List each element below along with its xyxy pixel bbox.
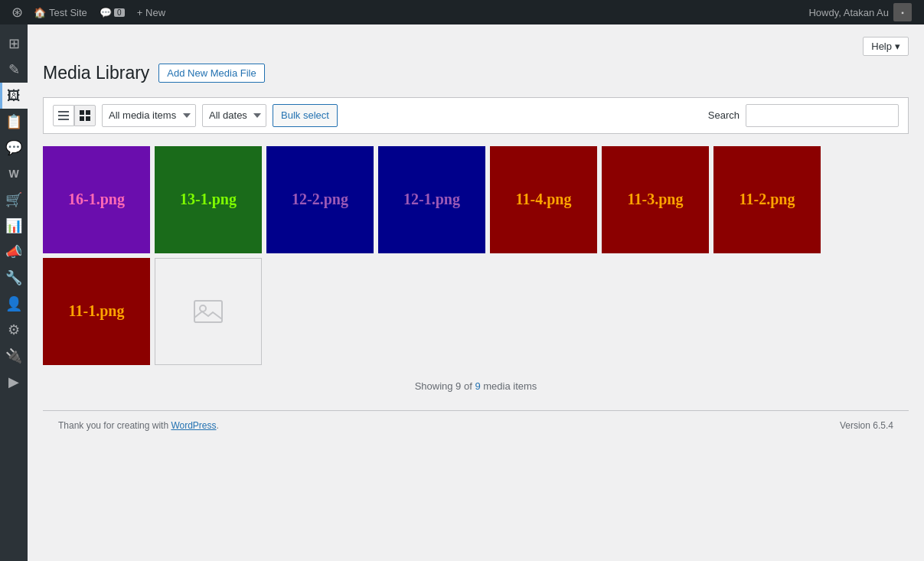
sidebar-item-posts[interactable]: ✎: [0, 57, 28, 83]
media-item-label: 16-1.png: [46, 149, 147, 250]
total-count-link[interactable]: 9: [475, 380, 480, 392]
svg-rect-5: [80, 116, 84, 121]
grid-view-icon: [80, 110, 90, 121]
media-item-label: 11-3.png: [605, 149, 706, 250]
placeholder-icon: [190, 293, 227, 330]
media-item-13-1[interactable]: 13-1.png: [155, 146, 262, 253]
footer-thanks-text: Thank you for creating with: [58, 420, 171, 431]
media-type-filter[interactable]: All media items Images Audio Video Docum…: [102, 104, 196, 127]
media-item-12-1[interactable]: 12-1.png: [378, 146, 485, 253]
footer-version: Version 6.5.4: [840, 420, 893, 431]
sidebar-item-collapse[interactable]: ▶: [0, 369, 28, 395]
adminbar-new[interactable]: + New: [131, 0, 171, 24]
media-item-label: 11-2.png: [717, 149, 818, 250]
sidebar-item-media[interactable]: 🖼: [0, 83, 28, 109]
add-new-media-button[interactable]: Add New Media File: [158, 64, 264, 83]
adminbar-site-name[interactable]: 🏠 Test Site: [28, 0, 93, 24]
media-item-11-1[interactable]: 11-1.png: [43, 258, 150, 365]
svg-rect-6: [86, 116, 90, 121]
media-item-11-4[interactable]: 11-4.png: [490, 146, 597, 253]
home-icon: 🏠: [34, 7, 46, 18]
sidebar-item-tools[interactable]: 🔧: [0, 265, 28, 291]
admin-sidebar: ⊞ ✎ 🖼 📋 💬 W 🛒 📊 📣 🔧 👤 ⚙ 🔌 ▶: [0, 24, 28, 561]
media-type-filter-wrapper: All media items Images Audio Video Docum…: [102, 104, 196, 127]
sidebar-item-woocommerce[interactable]: W: [0, 161, 28, 187]
user-greeting: Howdy, Atakan Au: [808, 7, 889, 18]
view-switch: [53, 105, 96, 126]
media-item-label: 12-2.png: [269, 149, 371, 250]
help-arrow-icon: ▾: [895, 41, 900, 52]
sidebar-item-settings[interactable]: ⚙: [0, 317, 28, 343]
media-item-label: 11-1.png: [46, 261, 147, 362]
list-view-icon: [58, 110, 69, 121]
media-item-11-2[interactable]: 11-2.png: [713, 146, 821, 253]
media-item-16-1[interactable]: 16-1.png: [43, 146, 150, 253]
showing-text: Showing 9 of 9 media items: [43, 380, 909, 392]
svg-rect-2: [58, 119, 69, 120]
svg-rect-3: [80, 110, 84, 115]
media-item-label: 11-4.png: [493, 149, 594, 250]
list-view-button[interactable]: [53, 105, 74, 126]
admin-bar: ⊛ 🏠 Test Site 💬 0 + New Howdy, Atakan Au…: [0, 0, 924, 24]
page-title: Media Library: [43, 62, 149, 85]
showing-prefix: Showing 9 of: [415, 380, 475, 392]
sidebar-item-pages[interactable]: 📋: [0, 109, 28, 135]
new-label: + New: [137, 7, 165, 18]
media-grid: 16-1.png13-1.png12-2.png12-1.png11-4.png…: [43, 146, 909, 365]
adminbar-comments[interactable]: 💬 0: [93, 0, 131, 24]
sidebar-item-dashboard[interactable]: ⊞: [0, 31, 28, 57]
sidebar-item-plugins[interactable]: 🔌: [0, 343, 28, 369]
date-filter-wrapper: All dates 2024/05 2024/04: [202, 104, 266, 127]
svg-rect-1: [58, 115, 69, 116]
page-header: Media Library Add New Media File: [43, 62, 909, 85]
wp-logo[interactable]: ⊛: [6, 0, 28, 24]
media-item-placeholder[interactable]: [155, 258, 262, 365]
wordpress-link[interactable]: WordPress: [171, 420, 216, 431]
showing-total: 9: [475, 380, 480, 392]
showing-suffix: media items: [481, 380, 537, 392]
help-label: Help: [871, 41, 892, 52]
help-button[interactable]: Help ▾: [863, 37, 909, 56]
date-filter[interactable]: All dates 2024/05 2024/04: [202, 104, 266, 127]
comment-count: 0: [114, 8, 125, 17]
sidebar-item-comments[interactable]: 💬: [0, 135, 28, 161]
media-toolbar: All media items Images Audio Video Docum…: [43, 97, 909, 134]
svg-point-8: [200, 305, 206, 311]
sidebar-item-products[interactable]: 🛒: [0, 187, 28, 213]
bulk-select-button[interactable]: Bulk select: [273, 104, 338, 127]
media-item-11-3[interactable]: 11-3.png: [602, 146, 709, 253]
footer-credit: Thank you for creating with WordPress.: [58, 420, 219, 431]
svg-rect-0: [58, 111, 69, 113]
sidebar-item-analytics[interactable]: 📊: [0, 213, 28, 239]
media-item-12-2[interactable]: 12-2.png: [266, 146, 374, 253]
comment-icon: 💬: [100, 7, 112, 18]
svg-rect-4: [86, 110, 90, 115]
svg-rect-7: [194, 301, 222, 322]
user-avatar: ▪: [893, 3, 912, 21]
media-item-label: 12-1.png: [381, 149, 482, 250]
sidebar-item-users[interactable]: 👤: [0, 291, 28, 317]
sidebar-item-marketing[interactable]: 📣: [0, 239, 28, 265]
search-input[interactable]: [746, 104, 899, 127]
media-item-label: 13-1.png: [158, 149, 259, 250]
adminbar-user[interactable]: Howdy, Atakan Au ▪: [802, 3, 918, 21]
main-content: Help ▾ Media Library Add New Media File: [28, 24, 924, 561]
search-label: Search: [708, 109, 740, 121]
grid-view-button[interactable]: [74, 105, 96, 126]
footer: Thank you for creating with WordPress. V…: [43, 410, 909, 440]
